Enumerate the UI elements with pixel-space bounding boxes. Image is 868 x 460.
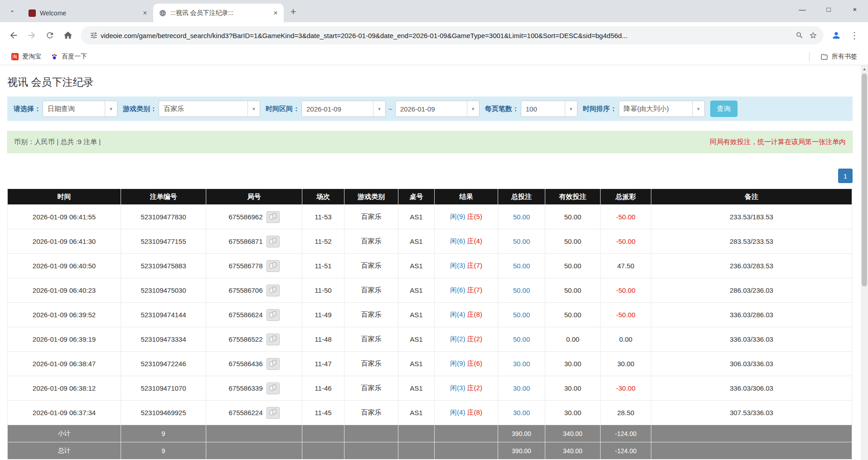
cell-total-bet[interactable]: 50.00 bbox=[498, 205, 545, 229]
address-bar[interactable]: videoie.com/game/betrecord_search/kind3?… bbox=[81, 26, 824, 44]
date-tilde: ~ bbox=[388, 105, 393, 113]
zoom-icon[interactable] bbox=[793, 29, 806, 42]
round-no-text: 675586706 bbox=[228, 286, 262, 294]
cards-icon bbox=[269, 213, 277, 221]
cell-bet-no: 523109472246 bbox=[121, 352, 206, 376]
search-button[interactable]: 查询 bbox=[710, 101, 737, 117]
round-detail-button[interactable] bbox=[267, 383, 280, 394]
date-end-select[interactable]: 2026-01-09 ▾ bbox=[395, 101, 480, 117]
cell-bet-no: 523109474144 bbox=[121, 303, 206, 327]
site-settings-icon[interactable] bbox=[87, 29, 101, 42]
cell-session: 11-51 bbox=[302, 254, 344, 278]
cell-time: 2026-01-09 06:38:12 bbox=[8, 376, 121, 401]
cell-total-bet[interactable]: 30.00 bbox=[498, 401, 545, 425]
back-icon[interactable] bbox=[5, 26, 23, 44]
tab-betrecord[interactable]: :::视讯 会员下注纪录::: × bbox=[153, 4, 284, 22]
round-detail-button[interactable] bbox=[267, 236, 280, 247]
cell-total-bet[interactable]: 30.00 bbox=[498, 352, 545, 376]
round-detail-button[interactable] bbox=[267, 260, 280, 272]
maximize-button[interactable]: □ bbox=[815, 0, 842, 18]
cell-game-kind: 百家乐 bbox=[344, 327, 398, 352]
caret-down-icon: ▾ bbox=[565, 101, 577, 116]
page-size-select[interactable]: 100 ▾ bbox=[521, 101, 577, 117]
bookmark-star-icon[interactable] bbox=[806, 29, 820, 42]
cell-payout: -50.00 bbox=[601, 278, 651, 303]
query-mode-value: 日期查询 bbox=[48, 105, 75, 113]
game-kind-label: 游戏类别： bbox=[123, 105, 157, 113]
cell-payout: -50.00 bbox=[601, 205, 651, 229]
cell-total-bet[interactable]: 50.00 bbox=[498, 229, 545, 254]
game-kind-select[interactable]: 百家乐 ▾ bbox=[159, 101, 260, 117]
subtotal-row: 小计9390.00340.00-124.00 bbox=[8, 425, 852, 442]
cell-payout: 30.00 bbox=[601, 352, 651, 376]
page-size-label: 每页笔数： bbox=[485, 105, 519, 113]
page-scrollbar[interactable]: ▲ bbox=[861, 65, 868, 460]
foot-count: 9 bbox=[121, 442, 206, 460]
date-start-value: 2026-01-09 bbox=[306, 105, 341, 113]
cell-result: 闲(9) 庄(5) bbox=[435, 205, 498, 229]
tab-welcome[interactable]: Welcome × bbox=[23, 4, 153, 22]
new-tab-button[interactable]: + bbox=[286, 5, 300, 19]
all-bookmarks-button[interactable]: 所有书签 bbox=[816, 51, 862, 63]
round-no-text: 675586962 bbox=[228, 213, 262, 221]
bookmark-baidu[interactable]: 百度一下 bbox=[46, 51, 92, 63]
tab-search-icon[interactable] bbox=[5, 4, 20, 19]
cell-total-bet[interactable]: 50.00 bbox=[498, 278, 545, 303]
cell-total-bet[interactable]: 50.00 bbox=[498, 254, 545, 278]
query-mode-select[interactable]: 日期查询 ▾ bbox=[43, 101, 117, 117]
cell-round-no: 675586624 bbox=[206, 303, 302, 327]
tab-close-icon[interactable]: × bbox=[141, 9, 150, 18]
result-player: 闲(9) bbox=[450, 359, 465, 367]
round-detail-button[interactable] bbox=[267, 211, 280, 223]
round-detail-button[interactable] bbox=[267, 285, 280, 296]
cell-session: 11-49 bbox=[302, 303, 344, 327]
menu-kebab-icon[interactable]: ⋮ bbox=[845, 26, 863, 44]
column-header: 有效投注 bbox=[545, 189, 601, 205]
cell-table-no: AS1 bbox=[398, 303, 435, 327]
round-detail-button[interactable] bbox=[267, 358, 280, 370]
refresh-icon[interactable] bbox=[41, 26, 59, 44]
cell-bet-no: 523109477830 bbox=[121, 205, 206, 229]
cell-time: 2026-01-09 06:41:30 bbox=[8, 229, 121, 254]
cell-bet-no: 523109469925 bbox=[121, 401, 206, 425]
cell-table-no: AS1 bbox=[398, 327, 435, 352]
scrollbar-thumb[interactable] bbox=[862, 73, 867, 286]
bookmarks-bar: 淘 爱淘宝 百度一下 所有书签 bbox=[0, 48, 868, 65]
round-detail-button[interactable] bbox=[267, 407, 280, 419]
cell-table-no: AS1 bbox=[398, 376, 435, 401]
result-banker: 庄(7) bbox=[467, 261, 482, 269]
cell-session: 11-52 bbox=[302, 229, 344, 254]
cell-round-no: 675586706 bbox=[206, 278, 302, 303]
page-1-button[interactable]: 1 bbox=[838, 169, 853, 183]
foot-count: 9 bbox=[121, 425, 206, 442]
column-header: 局号 bbox=[206, 189, 302, 205]
round-no-text: 675586436 bbox=[228, 360, 262, 368]
profile-avatar-icon[interactable] bbox=[827, 26, 845, 44]
close-window-button[interactable]: × bbox=[842, 0, 868, 18]
cell-total-bet[interactable]: 50.00 bbox=[498, 303, 545, 327]
cell-total-bet[interactable]: 50.00 bbox=[498, 327, 545, 352]
cell-result: 闲(4) 庄(8) bbox=[435, 401, 498, 425]
table-row: 2026-01-09 06:37:34523109469925675586224… bbox=[8, 401, 852, 425]
round-detail-button[interactable] bbox=[267, 334, 280, 345]
cell-payout: 0.00 bbox=[601, 327, 651, 352]
cell-game-kind: 百家乐 bbox=[344, 352, 398, 376]
table-row: 2026-01-09 06:41:55523109477830675586962… bbox=[8, 205, 852, 229]
cell-total-bet[interactable]: 30.00 bbox=[498, 376, 545, 401]
minimize-button[interactable]: — bbox=[789, 0, 815, 18]
round-detail-button[interactable] bbox=[267, 309, 280, 321]
cell-bet-no: 523109471070 bbox=[121, 376, 206, 401]
sort-select[interactable]: 降幂(由大到小) ▾ bbox=[619, 101, 705, 117]
cell-note: 306.03/336.03 bbox=[651, 352, 852, 376]
tab-close-icon[interactable]: × bbox=[271, 9, 280, 18]
scrollbar-up-icon[interactable]: ▲ bbox=[861, 65, 868, 73]
home-icon[interactable] bbox=[59, 26, 77, 44]
cell-game-kind: 百家乐 bbox=[344, 376, 398, 401]
cell-valid-bet: 0.00 bbox=[545, 327, 601, 352]
column-header: 桌号 bbox=[398, 189, 435, 205]
date-start-select[interactable]: 2026-01-09 ▾ bbox=[301, 101, 386, 117]
bookmark-taobao[interactable]: 淘 爱淘宝 bbox=[6, 51, 46, 63]
forward-icon[interactable] bbox=[23, 26, 41, 44]
cell-note: 307.53/336.03 bbox=[651, 401, 852, 425]
result-player: 闲(3) bbox=[450, 261, 465, 269]
